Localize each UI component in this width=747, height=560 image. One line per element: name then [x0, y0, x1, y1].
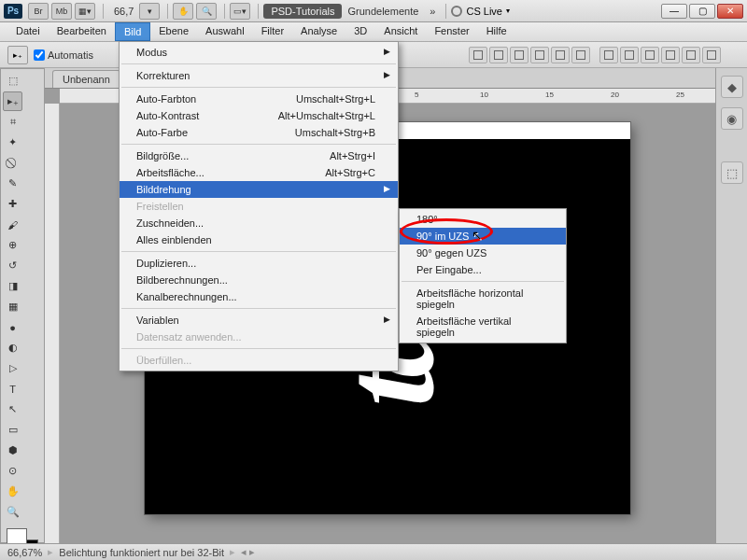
status-bar: 66,67% ▸ Belichtung funktioniert nur bei…	[0, 543, 747, 560]
bild-menu-item[interactable]: Arbeitsfläche...Alt+Strg+C	[120, 164, 398, 181]
align-btn[interactable]	[661, 47, 680, 63]
align-btn[interactable]	[551, 47, 570, 63]
align-btn[interactable]	[702, 47, 721, 63]
tool-preset[interactable]: ▸₊	[7, 46, 28, 64]
status-zoom[interactable]: 66,67%	[7, 547, 42, 558]
pen-tool[interactable]: ▷	[3, 358, 22, 378]
align-btn[interactable]	[571, 47, 590, 63]
panel-dock: ◆ ◉ ⬚	[715, 68, 747, 543]
bild-menu-item[interactable]: Bildberechnungen...	[120, 272, 398, 288]
align-btn[interactable]	[530, 47, 549, 63]
3d-tool[interactable]: ⬢	[3, 441, 22, 460]
marquee-tool[interactable]: ⬚	[3, 71, 22, 91]
bild-menu-item[interactable]: Alles einblenden	[120, 231, 398, 248]
menu-bearbeiten[interactable]: Bearbeiten	[49, 22, 115, 41]
menu-auswahl[interactable]: Auswahl	[197, 22, 253, 41]
minimize-button[interactable]: —	[661, 4, 687, 19]
bild-menu-item[interactable]: Auto-KontrastAlt+Umschalt+Strg+L	[120, 107, 398, 124]
menu-ansicht[interactable]: Ansicht	[375, 22, 426, 41]
eyedropper-tool[interactable]: ✎	[3, 174, 22, 193]
eraser-tool[interactable]: ◨	[3, 276, 22, 296]
arrange-btn[interactable]: ▦▾	[75, 3, 95, 20]
align-btn[interactable]	[641, 47, 659, 63]
align-btn[interactable]	[682, 47, 700, 63]
bild-menu-item[interactable]: Bildgröße...Alt+Strg+I	[120, 147, 398, 164]
align-btn[interactable]	[510, 47, 529, 63]
hand-tool[interactable]: ✋	[3, 482, 22, 501]
layers-panel-icon[interactable]: ◆	[721, 76, 743, 98]
dodge-tool[interactable]: ◐	[3, 338, 22, 357]
zoom-tool[interactable]: 🔍	[3, 502, 22, 522]
bilddrehung-item[interactable]: 90° gegen UZS	[400, 245, 566, 261]
app-icon: Ps	[4, 4, 22, 19]
align-btn[interactable]	[489, 47, 508, 63]
lasso-tool[interactable]: ⌗	[3, 112, 22, 132]
menu-analyse[interactable]: Analyse	[292, 22, 345, 41]
auto-select-check[interactable]: Automatis	[34, 49, 93, 61]
stamp-tool[interactable]: ⊕	[3, 235, 22, 255]
more-workspaces[interactable]: »	[424, 6, 441, 17]
screen-mode-btn[interactable]: ▭▾	[230, 3, 250, 20]
toolbox: ⬚ ▸₊ ⌗ ✦ ⃠ ✎ ✚ 🖌 ⊕ ↺ ◨ ▦ ● ◐ ▷ T ↖ ▭ ⬢ ⊙…	[0, 68, 45, 543]
ruler-vertical	[45, 104, 60, 543]
zoom-level[interactable]: 66,7	[108, 6, 139, 17]
menu-bar: DateiBearbeitenBildEbeneAuswahlFilterAna…	[0, 22, 747, 42]
bild-menu-item[interactable]: Variablen▶	[120, 312, 398, 329]
cs-live[interactable]: CS Live▾	[451, 6, 510, 17]
shape-tool[interactable]: ▭	[3, 420, 22, 440]
brush-tool[interactable]: 🖌	[3, 215, 22, 234]
close-button[interactable]: ✕	[717, 4, 743, 19]
bild-menu-item[interactable]: Kanalberechnungen...	[120, 288, 398, 305]
zoom-dd[interactable]: ▾	[139, 3, 160, 20]
bilddrehung-item[interactable]: Arbeitsfläche horizontal spiegeln	[400, 285, 566, 313]
menu-3d[interactable]: 3D	[345, 22, 375, 41]
move-tool[interactable]: ▸₊	[3, 91, 22, 111]
align-btn[interactable]	[620, 47, 639, 63]
align-btn[interactable]	[599, 47, 618, 63]
document-tab[interactable]: Unbenann	[52, 70, 120, 88]
3d-cam-tool[interactable]: ⊙	[3, 461, 22, 481]
bridge-btn[interactable]: Br	[28, 3, 49, 20]
type-tool[interactable]: T	[3, 379, 22, 399]
bild-menu-item: Überfüllen...	[120, 352, 398, 369]
bild-menu-item[interactable]: Auto-FarbtonUmschalt+Strg+L	[120, 91, 398, 107]
paths-panel-icon[interactable]: ⬚	[721, 161, 743, 184]
menu-filter[interactable]: Filter	[253, 22, 292, 41]
wand-tool[interactable]: ✦	[3, 133, 22, 152]
zoom-btn[interactable]: 🔍	[196, 3, 217, 20]
minibridge-btn[interactable]: Mb	[51, 3, 72, 20]
bilddrehung-submenu: 180°90° im UZS90° gegen UZSPer Eingabe..…	[399, 208, 567, 343]
gradient-tool[interactable]: ▦	[3, 297, 22, 316]
bild-menu-item: Freistellen	[120, 198, 398, 215]
menu-datei[interactable]: Datei	[7, 22, 49, 41]
bild-menu-item: Datensatz anwenden...	[120, 329, 398, 345]
menu-hilfe[interactable]: Hilfe	[478, 22, 515, 41]
bild-menu-item[interactable]: Duplizieren...	[120, 255, 398, 272]
status-info: Belichtung funktioniert nur bei 32-Bit	[59, 547, 224, 558]
bilddrehung-item[interactable]: 180°	[400, 211, 566, 228]
menu-bild[interactable]: Bild	[115, 22, 150, 41]
bild-menu-item[interactable]: Korrekturen▶	[120, 67, 398, 84]
bilddrehung-item[interactable]: 90° im UZS	[400, 228, 566, 245]
crop-tool[interactable]: ⃠	[3, 153, 22, 173]
align-btn[interactable]	[469, 47, 487, 63]
workspace-tab-2[interactable]: Grundelemente	[342, 6, 424, 17]
hand-btn[interactable]: ✋	[173, 3, 193, 20]
maximize-button[interactable]: ▢	[689, 4, 715, 19]
blur-tool[interactable]: ●	[3, 317, 22, 337]
path-tool[interactable]: ↖	[3, 399, 22, 419]
menu-ebene[interactable]: Ebene	[150, 22, 197, 41]
history-tool[interactable]: ↺	[3, 256, 22, 275]
bilddrehung-item[interactable]: Arbeitsfläche vertikal spiegeln	[400, 313, 566, 341]
bild-menu-item[interactable]: Auto-FarbeUmschalt+Strg+B	[120, 124, 398, 141]
bilddrehung-item[interactable]: Per Eingabe...	[400, 261, 566, 278]
bild-menu-item[interactable]: Zuschneiden...	[120, 215, 398, 231]
workspace-tab-1[interactable]: PSD-Tutorials	[263, 4, 342, 19]
menu-fenster[interactable]: Fenster	[426, 22, 477, 41]
bild-menu-item[interactable]: Bilddrehung▶	[120, 181, 398, 198]
adjustments-panel-icon[interactable]: ◉	[721, 107, 743, 130]
bild-menu-item[interactable]: Modus▶	[120, 44, 398, 61]
title-bar: Ps Br Mb ▦▾ 66,7 ▾ ✋ 🔍 ▭▾ PSD-Tutorials …	[0, 0, 747, 22]
bild-menu-dropdown: Modus▶Korrekturen▶Auto-FarbtonUmschalt+S…	[119, 41, 399, 371]
heal-tool[interactable]: ✚	[3, 194, 22, 214]
